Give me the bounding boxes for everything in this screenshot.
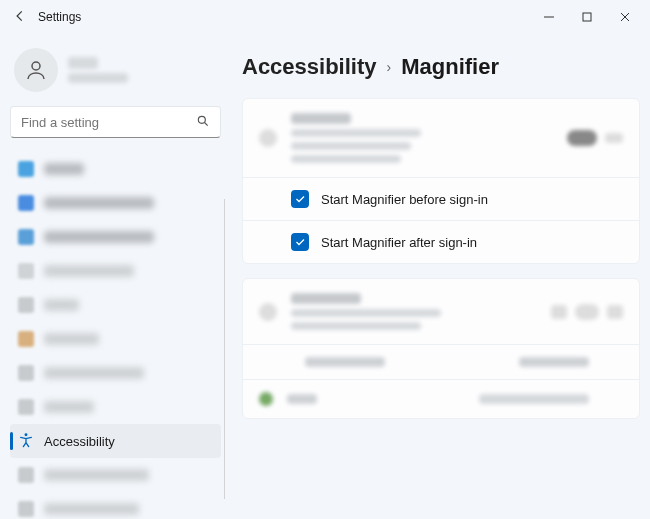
- account-name: [68, 57, 128, 83]
- close-button[interactable]: [606, 0, 644, 34]
- accessibility-icon: [18, 432, 34, 451]
- breadcrumb-parent[interactable]: Accessibility: [242, 54, 377, 80]
- settings-row[interactable]: [243, 379, 639, 418]
- back-button[interactable]: [6, 9, 34, 26]
- svg-point-5: [198, 116, 205, 123]
- sidebar-item[interactable]: [10, 492, 221, 519]
- minimize-button[interactable]: [530, 0, 568, 34]
- maximize-button[interactable]: [568, 0, 606, 34]
- settings-card: [242, 278, 640, 419]
- avatar: [14, 48, 58, 92]
- sidebar-item-accessibility[interactable]: Accessibility: [10, 424, 221, 458]
- card-header[interactable]: [243, 279, 639, 344]
- page-title: Magnifier: [401, 54, 499, 80]
- sidebar-item[interactable]: [10, 152, 221, 186]
- sidebar-item[interactable]: [10, 356, 221, 390]
- sidebar-item[interactable]: [10, 458, 221, 492]
- search-box[interactable]: [10, 106, 221, 138]
- sidebar-item[interactable]: [10, 186, 221, 220]
- sidebar-item[interactable]: [10, 322, 221, 356]
- search-input[interactable]: [21, 115, 196, 130]
- svg-line-6: [205, 122, 208, 125]
- option-start-before-signin[interactable]: Start Magnifier before sign-in: [243, 177, 639, 220]
- sidebar-item[interactable]: [10, 220, 221, 254]
- checkbox-before-signin[interactable]: [291, 190, 309, 208]
- sidebar-item[interactable]: [10, 390, 221, 424]
- window-title: Settings: [38, 10, 81, 24]
- settings-card: Start Magnifier before sign-in Start Mag…: [242, 98, 640, 264]
- sidebar-item[interactable]: [10, 288, 221, 322]
- content-area: Accessibility › Magnifier: [232, 34, 650, 519]
- titlebar: Settings: [0, 0, 650, 34]
- account-button[interactable]: [10, 42, 221, 106]
- option-label: Start Magnifier after sign-in: [321, 235, 477, 250]
- settings-row[interactable]: [243, 344, 639, 379]
- card-header[interactable]: [243, 99, 639, 177]
- svg-point-4: [32, 62, 40, 70]
- option-start-after-signin[interactable]: Start Magnifier after sign-in: [243, 220, 639, 263]
- sidebar-item-label: Accessibility: [44, 434, 115, 449]
- option-label: Start Magnifier before sign-in: [321, 192, 488, 207]
- search-icon: [196, 114, 210, 131]
- svg-point-7: [25, 433, 28, 436]
- checkbox-after-signin[interactable]: [291, 233, 309, 251]
- sidebar-item[interactable]: [10, 254, 221, 288]
- breadcrumb: Accessibility › Magnifier: [242, 50, 640, 98]
- chevron-right-icon: ›: [387, 59, 392, 75]
- sidebar-scrollbar[interactable]: [224, 199, 226, 499]
- svg-rect-1: [583, 13, 591, 21]
- sidebar: Accessibility: [0, 34, 232, 519]
